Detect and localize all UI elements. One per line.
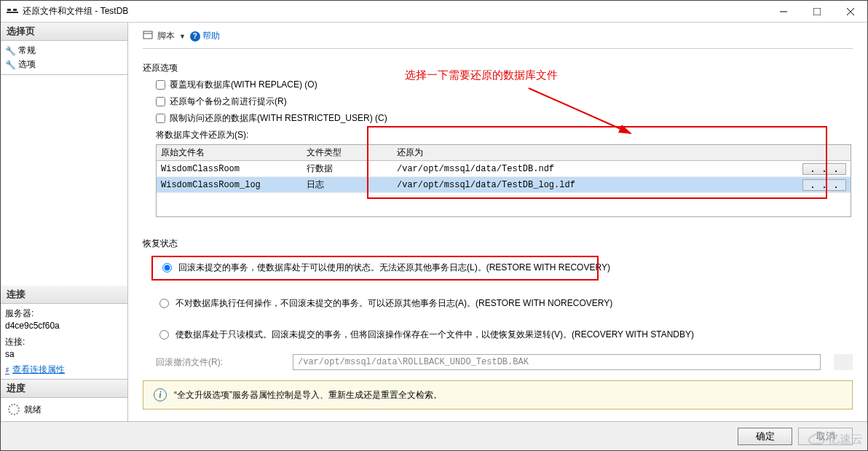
rollback-file-row: 回滚撤消文件(R):: [156, 354, 853, 370]
recovery-option-2[interactable]: 不对数据库执行任何操作，不回滚未提交的事务。可以还原其他事务日志(A)。(RES…: [156, 297, 853, 310]
conn-label: 连接:: [5, 335, 123, 349]
recovery-option-1[interactable]: 回滚未提交的事务，使数据库处于可以使用的状态。无法还原其他事务日志(L)。(RE…: [156, 257, 853, 278]
svg-rect-4: [813, 8, 821, 15]
table-row[interactable]: WisdomClassRoom 行数据 /var/opt/mssql/data/…: [157, 161, 851, 177]
help-button[interactable]: ? 帮助: [190, 30, 220, 42]
prompt-checkbox[interactable]: [156, 97, 165, 106]
option-prompt[interactable]: 还原每个备份之前进行提示(R): [156, 95, 853, 108]
overwrite-checkbox[interactable]: [156, 80, 165, 90]
titlebar: 还原文件和文件组 - TestDB: [1, 1, 867, 23]
connection-icon: ♯: [5, 365, 9, 375]
recovery-title: 恢复状态: [143, 238, 853, 250]
window-buttons: [767, 1, 867, 23]
sidebar-item-general[interactable]: 🔧常规: [5, 44, 123, 58]
col-restore-as[interactable]: 还原为: [392, 145, 798, 161]
app-icon: [7, 9, 18, 15]
recovery-radio-3[interactable]: [159, 330, 169, 340]
select-page-header: 选择页: [1, 23, 127, 41]
main-panel: 脚本 ▼ ? 帮助 还原选项 覆盖现有数据库(WITH REPLACE) (O)…: [128, 23, 867, 421]
dialog-window: 还原文件和文件组 - TestDB 选择页 🔧常规 🔧选项 连接 服务器: d: [0, 0, 868, 451]
col-original-filename[interactable]: 原始文件名: [157, 145, 302, 161]
toolbar: 脚本 ▼ ? 帮助: [143, 30, 853, 49]
script-icon: [143, 31, 153, 42]
svg-rect-7: [143, 31, 152, 39]
svg-rect-2: [7, 12, 18, 13]
maximize-button[interactable]: [800, 1, 834, 23]
restore-options-title: 还原选项: [143, 62, 853, 74]
progress-section: 进度 就绪: [1, 380, 127, 421]
svg-rect-0: [7, 9, 11, 11]
connection-section: 连接 服务器: d4ce9c5cf60a 连接: sa ♯ 查看连接属性: [1, 286, 127, 380]
rollback-label: 回滚撤消文件(R):: [156, 356, 280, 369]
browse-button[interactable]: . . .: [802, 163, 846, 175]
server-value: d4ce9c5cf60a: [5, 321, 123, 335]
col-browse: [798, 145, 851, 161]
rollback-browse-button[interactable]: [834, 354, 853, 370]
progress-header: 进度: [1, 380, 127, 398]
connection-header: 连接: [1, 286, 127, 304]
ok-button[interactable]: 确定: [738, 428, 792, 445]
browse-button[interactable]: . . .: [802, 179, 846, 191]
wrench-icon: 🔧: [5, 60, 15, 70]
view-connection-properties-link[interactable]: ♯ 查看连接属性: [5, 364, 123, 376]
recovery-radio-1[interactable]: [162, 263, 172, 272]
dropdown-icon[interactable]: ▼: [179, 33, 186, 40]
restore-files-table[interactable]: 原始文件名 文件类型 还原为 WisdomClassRoom 行数据 /var/…: [156, 144, 851, 217]
select-page-section: 选择页 🔧常规 🔧选项: [1, 23, 127, 75]
progress-status: 就绪: [24, 404, 42, 416]
recovery-option-3[interactable]: 使数据库处于只读模式。回滚未提交的事务，但将回滚操作保存在一个文件中，以使恢复效…: [156, 329, 853, 341]
option-restrict[interactable]: 限制访问还原的数据库(WITH RESTRICTED_USER) (C): [156, 112, 853, 125]
restrict-checkbox[interactable]: [156, 114, 165, 123]
option-overwrite[interactable]: 覆盖现有数据库(WITH REPLACE) (O): [156, 79, 853, 91]
body: 选择页 🔧常规 🔧选项 连接 服务器: d4ce9c5cf60a 连接: sa …: [1, 23, 867, 421]
wrench-icon: 🔧: [5, 46, 15, 56]
help-icon: ?: [190, 31, 200, 42]
watermark: 亿速云: [807, 432, 863, 447]
rollback-file-input[interactable]: [293, 354, 821, 370]
sidebar: 选择页 🔧常规 🔧选项 连接 服务器: d4ce9c5cf60a 连接: sa …: [1, 23, 128, 421]
svg-rect-1: [13, 9, 17, 11]
minimize-button[interactable]: [767, 1, 800, 23]
footer: 确定 取消: [1, 421, 867, 450]
info-bar: i “全文升级选项”服务器属性控制是导入、重新生成还是重置全文检索。: [143, 380, 853, 409]
script-button[interactable]: 脚本: [157, 30, 175, 42]
table-row[interactable]: WisdomClassRoom_log 日志 /var/opt/mssql/da…: [157, 177, 851, 193]
cloud-icon: [807, 434, 826, 447]
progress-spinner-icon: [8, 404, 20, 415]
info-icon: i: [154, 388, 167, 401]
close-button[interactable]: [834, 1, 867, 23]
sidebar-item-options[interactable]: 🔧选项: [5, 58, 123, 71]
col-file-type[interactable]: 文件类型: [302, 145, 392, 161]
server-label: 服务器:: [5, 307, 123, 321]
window-title: 还原文件和文件组 - TestDB: [23, 5, 767, 17]
recovery-radio-2[interactable]: [159, 299, 169, 308]
restore-as-label: 将数据库文件还原为(S):: [156, 129, 853, 141]
conn-value: sa: [5, 349, 123, 364]
